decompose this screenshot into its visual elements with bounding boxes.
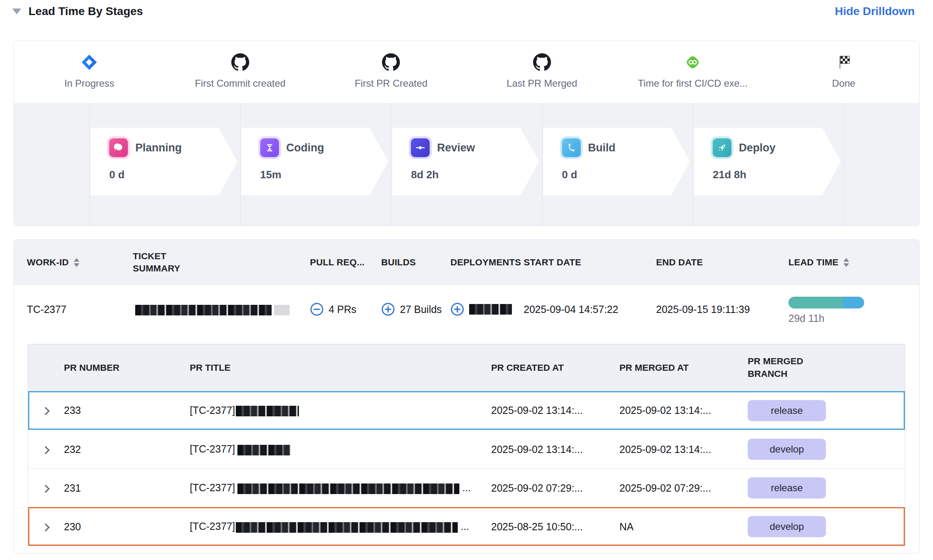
milestone-first-pr: First PR Created: [316, 41, 467, 103]
pr-created-at-cell: 2025-09-02 07:29:...: [491, 482, 619, 494]
stage-duration: 21d 8h: [713, 168, 841, 181]
col-header-start-date: START DATE: [524, 257, 656, 268]
stage-review: Review 8d 2h: [392, 128, 539, 195]
milestone-label: Done: [768, 78, 920, 89]
redacted-text: [274, 305, 290, 315]
pr-created-at-cell: 2025-08-25 10:50:...: [491, 521, 619, 533]
github-icon: [316, 52, 467, 73]
col-header-lead-time[interactable]: LEAD TIME: [788, 257, 906, 268]
col-header-deployments: DEPLOYMENTS: [450, 257, 524, 268]
pr-row-233[interactable]: 233 [TC-2377] 2025-09-02 13:14:... 2025-…: [28, 391, 905, 430]
col-header-pr-title: PR TITLE: [190, 363, 491, 373]
pr-number-cell: 233: [64, 405, 190, 416]
pr-merged-at-cell: 2025-09-02 07:29:...: [619, 482, 748, 494]
stage-coding: Coding 15m: [241, 128, 389, 195]
plus-circle-icon: [450, 302, 464, 316]
page-header: Lead Time By Stages Hide Drilldown: [12, 5, 915, 18]
redacted-text: [236, 522, 458, 533]
stage-duration: 0 d: [562, 168, 690, 181]
rocket-icon: [713, 138, 731, 157]
col-header-builds: BUILDS: [381, 257, 450, 268]
redacted-text: [469, 304, 512, 315]
milestone-done: Done: [768, 41, 920, 103]
milestone-cicd: Time for first CI/CD exe...: [617, 41, 768, 103]
drilldown-table-panel: WORK-ID TICKET SUMMARY PULL REQ... BUILD…: [13, 239, 920, 553]
note-icon: [109, 138, 128, 157]
pr-number-cell: 232: [64, 444, 190, 455]
table-header-row: WORK-ID TICKET SUMMARY PULL REQ... BUILD…: [14, 240, 919, 285]
lead-time-cell: 29d 11h: [788, 294, 906, 324]
divider: [89, 103, 90, 225]
milestone-first-commit: First Commit created: [165, 41, 316, 103]
milestone-label: Time for first CI/CD exe...: [617, 78, 768, 89]
pr-row-230[interactable]: 230 [TC-2377] ... 2025-08-25 10:50:... N…: [28, 507, 905, 546]
divider: [844, 103, 844, 225]
hourglass-icon: [260, 138, 279, 157]
milestones-row: In Progress First Commit created First P…: [14, 41, 919, 103]
stage-duration: 15m: [260, 168, 389, 181]
expand-chevron-icon[interactable]: [42, 446, 50, 454]
deployments-cell[interactable]: [450, 302, 524, 316]
pr-title-cell: [TC-2377]: [190, 405, 491, 416]
plus-circle-icon: [381, 302, 395, 316]
hide-drilldown-link[interactable]: Hide Drilldown: [835, 5, 915, 18]
commit-icon: [411, 138, 430, 157]
milestone-label: First Commit created: [165, 78, 316, 89]
stage-duration: 8d 2h: [411, 168, 539, 181]
checkered-flag-icon: [768, 52, 920, 73]
lead-time-stages-panel: In Progress First Commit created First P…: [13, 41, 920, 226]
branch-badge: release: [748, 400, 826, 421]
milestone-label: First PR Created: [316, 78, 467, 89]
pr-created-at-cell: 2025-09-02 13:14:...: [491, 444, 619, 455]
stage-name: Review: [437, 142, 475, 154]
divider: [240, 103, 241, 225]
pr-number-cell: 230: [64, 521, 190, 533]
redacted-text: [237, 483, 459, 494]
github-icon: [467, 52, 618, 73]
branch-badge: release: [748, 477, 826, 499]
github-icon: [165, 52, 316, 73]
pr-merged-at-cell: NA: [619, 521, 748, 533]
branch-icon: [562, 138, 581, 157]
pull-requests-cell[interactable]: 4 PRs: [310, 302, 381, 316]
divider: [542, 103, 542, 225]
pr-title-cell: [TC-2377] ...: [190, 521, 491, 532]
builds-cell[interactable]: 27 Builds: [381, 302, 450, 316]
milestone-label: Last PR Merged: [467, 78, 618, 89]
col-header-pull-requests: PULL REQ...: [310, 257, 381, 268]
redacted-text: [236, 406, 299, 416]
stage-planning: Planning 0 d: [90, 128, 237, 195]
stage-name: Coding: [286, 142, 324, 154]
divider: [391, 103, 391, 225]
milestone-last-pr-merged: Last PR Merged: [467, 41, 618, 103]
divider: [693, 103, 693, 225]
pr-merged-at-cell: 2025-09-02 13:14:...: [619, 444, 748, 455]
redacted-text: [237, 445, 290, 455]
start-date-cell: 2025-09-04 14:57:22: [524, 304, 656, 315]
expand-chevron-icon[interactable]: [42, 407, 50, 415]
collapse-triangle-icon[interactable]: [12, 9, 21, 14]
pr-row-232[interactable]: 232 [TC-2377] 2025-09-02 13:14:... 2025-…: [28, 430, 905, 468]
pr-merged-at-cell: 2025-09-02 13:14:...: [619, 405, 748, 416]
milestone-in-progress: In Progress: [14, 41, 165, 103]
expand-chevron-icon[interactable]: [42, 523, 50, 532]
pr-row-231[interactable]: 231 [TC-2377] ... 2025-09-02 07:29:... 2…: [28, 468, 905, 507]
minus-circle-icon: [310, 302, 324, 316]
pr-title-cell: [TC-2377] ...: [190, 482, 491, 494]
col-header-ticket-summary: TICKET SUMMARY: [133, 250, 310, 275]
col-header-pr-merged-branch: PR MERGED BRANCH: [748, 355, 890, 380]
col-header-pr-created-at: PR CREATED AT: [491, 363, 619, 373]
stage-deploy: Deploy 21d 8h: [694, 128, 841, 195]
col-header-work-id[interactable]: WORK-ID: [27, 257, 133, 268]
milestone-label: In Progress: [14, 78, 165, 89]
lead-time-value: 29d 11h: [788, 313, 906, 324]
page-title: Lead Time By Stages: [29, 5, 143, 18]
col-header-pr-merged-at: PR MERGED AT: [619, 363, 748, 373]
sort-icon[interactable]: [74, 258, 79, 267]
jira-icon: [14, 52, 165, 73]
ticket-summary-cell: [133, 303, 310, 315]
expand-chevron-icon[interactable]: [42, 485, 50, 493]
sort-icon[interactable]: [843, 258, 849, 267]
stage-name: Deploy: [739, 142, 775, 154]
branch-badge: develop: [748, 516, 826, 537]
